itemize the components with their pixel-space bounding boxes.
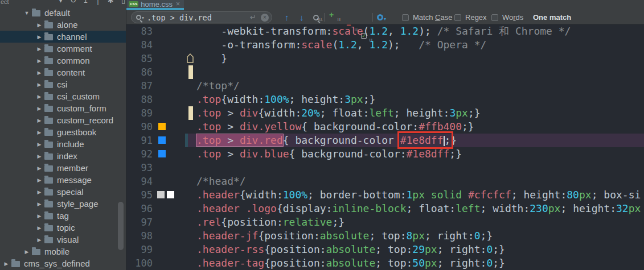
- tree-item-guestbook[interactable]: ▶guestbook: [0, 126, 126, 138]
- chevron-collapsed-icon[interactable]: ▶: [35, 82, 43, 88]
- code-line-97[interactable]: 97.rel{position:relative;}: [126, 215, 644, 229]
- code-line-94[interactable]: 94/*head*/: [126, 175, 644, 188]
- option-match-case[interactable]: Match Case: [402, 11, 452, 23]
- chevron-collapsed-icon[interactable]: ▶: [35, 94, 43, 99]
- tab-close-icon[interactable]: ×: [176, 0, 180, 8]
- tree-item-csi[interactable]: ▶csi: [0, 78, 126, 90]
- collapse-all-icon[interactable]: ↥: [82, 0, 89, 5]
- tree-item-channel[interactable]: ▶channel: [0, 31, 126, 43]
- chevron-collapsed-icon[interactable]: ▶: [35, 106, 43, 111]
- tree-item-custom_form[interactable]: ▶custom_form: [0, 102, 126, 114]
- code-line-91[interactable]: 91.top > div.red{ background-color #1e8d…: [126, 134, 644, 147]
- add-occurrence-button[interactable]: + II: [329, 11, 342, 22]
- code-line-98[interactable]: 98.header-jf{position:absolute; top:8px;…: [126, 229, 644, 243]
- tree-item-topic[interactable]: ▶topic: [0, 222, 126, 234]
- chevron-collapsed-icon[interactable]: ▶: [35, 58, 43, 64]
- tree-item-common[interactable]: ▶common: [0, 55, 126, 67]
- tree-item-index[interactable]: ▶index: [0, 150, 126, 162]
- chevron-collapsed-icon[interactable]: ▶: [35, 46, 43, 52]
- next-occurrence-button[interactable]: ↓: [300, 11, 304, 23]
- tree-item-content[interactable]: ▶content: [0, 67, 126, 78]
- tree-item-default[interactable]: ▼default: [0, 7, 126, 19]
- code-text: .header-tag{position:absolute; top:50px;…: [196, 256, 505, 270]
- code-line-90[interactable]: 90.top > div.yellow{ background-color:#f…: [126, 120, 644, 134]
- code-line-83[interactable]: 83 -webkit-transform:scale(1.2, 1.2); /*…: [126, 24, 644, 38]
- chevron-collapsed-icon[interactable]: ▶: [2, 261, 10, 267]
- hide-panel-icon[interactable]: ▯: [120, 0, 126, 5]
- chevron-collapsed-icon[interactable]: ▶: [35, 130, 43, 135]
- change-marker: [188, 65, 193, 79]
- tree-item-include[interactable]: ▶include: [0, 138, 126, 150]
- tree-item-visual[interactable]: ▶visual: [0, 234, 126, 246]
- chevron-collapsed-icon[interactable]: ▶: [35, 165, 43, 171]
- chevron-collapsed-icon[interactable]: ▶: [35, 201, 43, 207]
- chevron-collapsed-icon[interactable]: ▶: [23, 249, 31, 255]
- tree-item-special[interactable]: ▶special: [0, 186, 126, 198]
- folder-icon: [44, 70, 53, 76]
- tree-item-custom_record[interactable]: ▶custom_record: [0, 114, 126, 126]
- checkbox-icon[interactable]: [491, 14, 498, 21]
- chevron-collapsed-icon[interactable]: ▶: [35, 118, 43, 123]
- tree-item-alone[interactable]: ▶alone: [0, 19, 126, 31]
- code-line-87[interactable]: 87/*top*/: [126, 79, 644, 93]
- tree-item-csi_custom[interactable]: ▶csi_custom: [0, 90, 126, 102]
- find-all-button[interactable]: ALL: [313, 11, 319, 23]
- tree-item-label: topic: [57, 223, 75, 232]
- tree-item-cms_sys_defined[interactable]: ▶cms_sys_defined: [0, 257, 126, 269]
- tree-item-style_page[interactable]: ▶style_page: [0, 198, 126, 210]
- chevron-collapsed-icon[interactable]: ▶: [35, 189, 43, 195]
- chevron-collapsed-icon[interactable]: ▶: [35, 70, 43, 76]
- chevron-collapsed-icon[interactable]: ▶: [35, 213, 43, 219]
- chevron-collapsed-icon[interactable]: ▶: [35, 177, 43, 183]
- sync-icon[interactable]: ↻: [69, 0, 77, 5]
- chevron-expanded-icon[interactable]: ▼: [23, 10, 31, 16]
- folder-icon: [44, 153, 53, 160]
- search-settings-button[interactable]: ▾: [377, 11, 386, 23]
- tree-item-mobile[interactable]: ▶mobile: [0, 246, 126, 257]
- tree-scrollbar[interactable]: [118, 202, 124, 250]
- tree-item-member[interactable]: ▶member: [0, 162, 126, 174]
- search-input[interactable]: ▾ .top > div.red ↵ ×: [131, 11, 272, 23]
- code-line-96[interactable]: 96.header .logo{display:inline-block; fl…: [126, 202, 644, 215]
- enter-icon: ↵: [250, 13, 256, 22]
- search-history-caret-icon[interactable]: ▾: [142, 15, 144, 20]
- checkbox-icon[interactable]: [454, 14, 461, 21]
- code-editor[interactable]: 83 -webkit-transform:scale(1.2, 1.2); /*…: [126, 24, 644, 270]
- chevron-collapsed-icon[interactable]: ▶: [35, 34, 43, 40]
- chevron-collapsed-icon[interactable]: ▶: [35, 22, 43, 28]
- code-line-95[interactable]: 95.header{width:100%; border-bottom:1px …: [126, 188, 644, 202]
- chevron-collapsed-icon[interactable]: ▶: [35, 225, 43, 231]
- color-swatch[interactable]: [158, 123, 166, 130]
- previous-occurrence-button[interactable]: ↑: [285, 11, 289, 23]
- code-line-84[interactable]: 84 -o-transform:scale(1.2, 1.2); /* Oper…: [126, 38, 644, 52]
- checkbox-icon[interactable]: [402, 14, 409, 21]
- line-number: 88: [126, 93, 153, 106]
- line-number: 99: [126, 243, 153, 256]
- color-swatch[interactable]: [158, 136, 166, 144]
- chevron-down-icon[interactable]: ▾: [57, 0, 64, 5]
- tree-item-tag[interactable]: ▶tag: [0, 210, 126, 222]
- tree-item-message[interactable]: ▶message: [0, 174, 126, 186]
- fold-marker-icon[interactable]: [187, 53, 194, 65]
- color-swatch[interactable]: [167, 191, 174, 198]
- tree-item-comment[interactable]: ▶comment: [0, 43, 126, 55]
- chevron-collapsed-icon[interactable]: ▶: [35, 153, 43, 159]
- code-line-86[interactable]: 86: [126, 65, 644, 79]
- code-line-89[interactable]: 89.top > div{width:20%; float:left; heig…: [126, 106, 644, 120]
- code-line-85[interactable]: 85 }: [126, 52, 644, 65]
- search-query-text[interactable]: .top > div.red: [147, 13, 250, 22]
- tree-item-label: style_page: [57, 199, 99, 209]
- code-line-100[interactable]: 100.header-tag{position:absolute; top:50…: [126, 256, 644, 270]
- option-words[interactable]: Words: [491, 11, 523, 23]
- code-line-99[interactable]: 99.header-rss{position:absolute; top:29p…: [126, 243, 644, 256]
- color-swatch[interactable]: [158, 150, 166, 157]
- option-regex[interactable]: Regex: [454, 11, 487, 23]
- settings-icon[interactable]: ✱: [107, 0, 114, 5]
- code-line-88[interactable]: 88.top{width:100%; height:3px;}: [126, 93, 644, 106]
- chevron-collapsed-icon[interactable]: ▶: [35, 237, 43, 243]
- color-swatch[interactable]: [157, 191, 165, 198]
- code-line-92[interactable]: 92.top > div.blue{ background-color:#1e8…: [126, 147, 644, 161]
- code-line-93[interactable]: 93: [126, 161, 644, 175]
- clear-search-icon[interactable]: ×: [261, 14, 269, 22]
- chevron-collapsed-icon[interactable]: ▶: [35, 142, 43, 147]
